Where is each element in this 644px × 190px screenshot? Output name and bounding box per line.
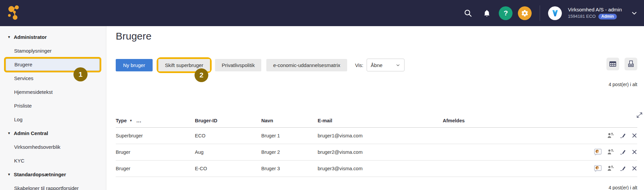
user-roles-icon[interactable] xyxy=(607,132,614,139)
help-icon[interactable]: ? xyxy=(499,6,513,20)
sidebar-item-virksomhedsoverblik[interactable]: Virksomhedsoverblik xyxy=(0,140,106,154)
sidebar-item-label: KYC xyxy=(14,158,24,164)
account-chevron-down-icon[interactable] xyxy=(631,9,638,17)
login-as-user-icon[interactable] xyxy=(594,165,602,172)
sidebar-item-label: Virksomhedsoverblik xyxy=(14,144,60,150)
toolbar: Ny bruger Skift superbruger 2 Privatlivs… xyxy=(116,58,405,72)
sidebar-item-label: Brugere xyxy=(14,62,32,67)
notifications-bell-icon[interactable] xyxy=(480,6,493,20)
sidebar-group-administrator[interactable]: ▼ Administrator xyxy=(0,30,106,44)
account-info[interactable]: Virksomhed A/S - admin 1594181 ECO Admin xyxy=(568,7,622,19)
step-badge-2: 2 xyxy=(195,68,208,82)
cell-navn: Bruger 3 xyxy=(261,160,318,177)
table-row: Bruger Aug Bruger 2 bruger2@visma.com xyxy=(116,144,637,160)
page-title: Brugere xyxy=(116,30,152,42)
caret-down-icon: ▼ xyxy=(7,131,11,135)
education-matrix-button[interactable]: e-conomic-uddannelsesmatrix xyxy=(266,59,347,71)
sidebar: ▼ Administrator Stamoplysninger Brugere … xyxy=(0,26,106,190)
account-number: 1594181 ECO xyxy=(568,14,595,19)
sidebar-item-label: Prisliste xyxy=(14,103,32,109)
sidebar-item-label: Hjemmesidetekst xyxy=(14,89,53,95)
login-as-user-icon[interactable] xyxy=(594,148,602,155)
view-filter-label: Vis: xyxy=(355,62,364,68)
column-menu-dots-icon[interactable]: ... xyxy=(137,118,142,123)
step-badge-1: 1 xyxy=(73,67,88,81)
printer-icon xyxy=(627,60,635,68)
chevron-down-icon xyxy=(395,63,400,68)
user-roles-icon[interactable] xyxy=(607,165,614,172)
cell-email: bruger1@visma.com xyxy=(318,127,443,144)
new-user-button[interactable]: Ny bruger xyxy=(116,59,153,71)
sidebar-item-hjemmesidetekst[interactable]: Hjemmesidetekst xyxy=(0,85,106,99)
delete-x-icon[interactable] xyxy=(632,149,637,155)
sidebar-group-label: Admin Central xyxy=(14,130,48,136)
account-name: Virksomhed A/S - admin xyxy=(568,7,622,13)
sidebar-item-kyc[interactable]: KYC xyxy=(0,154,106,168)
header-divider xyxy=(540,5,540,21)
cell-navn: Bruger 2 xyxy=(261,144,318,160)
cell-bruger-id: Aug xyxy=(195,144,261,160)
brugere-annotation-outline: Brugere 1 xyxy=(6,59,100,71)
sidebar-group-label: Standardopsætninger xyxy=(14,172,66,177)
caret-down-icon: ▼ xyxy=(7,173,11,176)
view-filter-value: Åbne xyxy=(371,62,382,68)
records-count-footer: 4 post(er) i alt xyxy=(608,185,637,190)
caret-down-icon: ▼ xyxy=(7,35,11,39)
column-header-type[interactable]: Type ▼ ... xyxy=(116,118,195,123)
table-view-button[interactable] xyxy=(606,58,619,70)
cell-bruger-id: E-CO xyxy=(195,160,261,177)
cell-type: Superbruger xyxy=(116,127,195,144)
sidebar-item-services[interactable]: Services xyxy=(0,71,106,85)
edit-pencil-icon[interactable] xyxy=(620,132,627,139)
cell-afmeldes xyxy=(443,160,574,177)
cell-navn: Bruger 1 xyxy=(261,127,318,144)
table-row: Superbruger ECO Bruger 1 bruger1@visma.c… xyxy=(116,127,637,144)
help-glyph: ? xyxy=(503,9,508,17)
search-icon[interactable] xyxy=(461,6,475,20)
table-header-row: Type ▼ ... Bruger-ID Navn E-mail Afmelde… xyxy=(116,114,637,127)
cell-email: bruger2@visma.com xyxy=(318,144,443,160)
records-count: 4 post(er) i alt xyxy=(608,82,637,87)
edit-pencil-icon[interactable] xyxy=(620,148,627,155)
top-bar: ? Virksomhed A/S - admin 1594181 ECO xyxy=(0,0,644,26)
user-roles-icon[interactable] xyxy=(607,148,614,156)
sidebar-group-admin-central[interactable]: ▼ Admin Central xyxy=(0,126,106,140)
table-grid-icon xyxy=(609,60,617,68)
switch-superuser-annotation-outline: Skift superbruger 2 xyxy=(158,59,210,71)
cell-email: bruger3@visma.com xyxy=(318,160,443,177)
sort-descending-icon: ▼ xyxy=(129,119,132,122)
column-header-navn[interactable]: Navn xyxy=(261,114,318,127)
delete-x-icon[interactable] xyxy=(632,133,637,138)
users-table: Type ▼ ... Bruger-ID Navn E-mail Afmelde… xyxy=(116,114,637,177)
cell-bruger-id: ECO xyxy=(195,127,261,144)
visma-logo-icon[interactable] xyxy=(7,5,22,21)
cell-afmeldes xyxy=(443,127,574,144)
view-filter-dropdown[interactable]: Åbne xyxy=(367,59,405,71)
sidebar-item-label: Services xyxy=(14,75,34,81)
edit-pencil-icon[interactable] xyxy=(620,165,627,172)
cell-type: Bruger xyxy=(116,160,195,177)
sidebar-item-label: Skabeloner til rapportforsider xyxy=(14,185,79,190)
company-avatar[interactable] xyxy=(548,6,562,20)
admin-badge: Admin xyxy=(598,14,617,19)
column-header-afmeldes[interactable]: Afmeldes xyxy=(443,114,574,127)
sidebar-item-label: Log xyxy=(14,117,22,122)
column-header-bruger-id[interactable]: Bruger-ID xyxy=(195,114,261,127)
print-button[interactable] xyxy=(625,58,637,70)
sidebar-item-log[interactable]: Log xyxy=(0,113,106,126)
cell-afmeldes xyxy=(443,144,574,160)
sidebar-item-brugere[interactable]: Brugere 1 xyxy=(0,58,106,71)
sidebar-item-prisliste[interactable]: Prisliste xyxy=(0,99,106,113)
sidebar-item-stamoplysninger[interactable]: Stamoplysninger xyxy=(0,44,106,58)
privacy-policy-button[interactable]: Privatlivspolitik xyxy=(215,59,261,71)
sidebar-item-skabeloner[interactable]: Skabeloner til rapportforsider xyxy=(0,181,106,190)
column-label: Type xyxy=(116,118,127,123)
settings-gear-icon[interactable] xyxy=(518,6,532,20)
sidebar-group-standardopsaetninger[interactable]: ▼ Standardopsætninger xyxy=(0,168,106,181)
column-header-email[interactable]: E-mail xyxy=(318,114,443,127)
sidebar-item-label: Stamoplysninger xyxy=(14,48,52,54)
sidebar-group-label: Administrator xyxy=(14,34,47,40)
delete-x-icon[interactable] xyxy=(632,166,637,171)
table-row: Bruger E-CO Bruger 3 bruger3@visma.com xyxy=(116,160,637,177)
cell-type: Bruger xyxy=(116,144,195,160)
